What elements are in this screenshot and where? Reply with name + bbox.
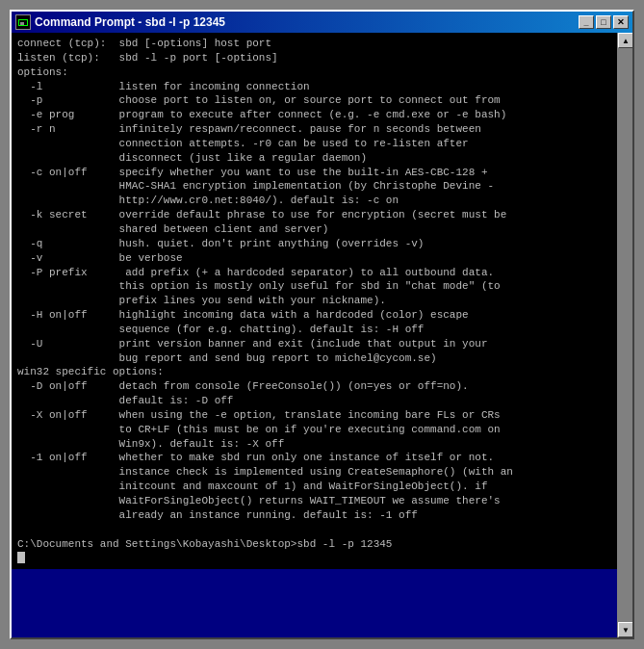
window-icon — [15, 14, 31, 30]
command-prompt-window: Command Prompt - sbd -l -p 12345 _ □ ✕ c… — [10, 10, 634, 639]
console-line: -1 on|off whether to make sbd run only o… — [17, 452, 494, 463]
title-bar-left: Command Prompt - sbd -l -p 12345 — [15, 14, 225, 30]
console-line: WaitForSingleObject() returns WAIT_TIMEO… — [17, 495, 501, 506]
console-line: -D on|off detach from console (FreeConso… — [17, 380, 469, 392]
console-line: already an instance running. default is:… — [17, 509, 418, 521]
console-line: -q hush. quiet. don't print anything (ov… — [17, 238, 424, 249]
console-line: HMAC-SHA1 encryption implementation (by … — [17, 180, 494, 192]
console-line: -k secret override default phrase to use… — [17, 209, 506, 221]
title-bar: Command Prompt - sbd -l -p 12345 _ □ ✕ — [12, 12, 632, 33]
maximize-button[interactable]: □ — [596, 15, 611, 29]
console-line: -U print version banner and exit (includ… — [17, 338, 487, 350]
console-line: connect (tcp): sbd [-options] host port — [17, 38, 271, 49]
console-line: initcount and maxcount of 1) and WaitFor… — [17, 480, 487, 492]
title-buttons: _ □ ✕ — [579, 15, 629, 29]
console-line: to CR+LF (this must be on if you're exec… — [17, 424, 501, 435]
minimize-button[interactable]: _ — [579, 15, 594, 29]
scroll-up-button[interactable]: ▲ — [618, 33, 632, 48]
console-line: default is: -D off — [17, 395, 233, 406]
console-line: -v be verbose — [17, 252, 183, 264]
close-button[interactable]: ✕ — [613, 15, 629, 29]
scrollbar-track[interactable] — [618, 48, 632, 622]
console-line: -X on|off when using the -e option, tran… — [17, 409, 501, 421]
window-title: Command Prompt - sbd -l -p 12345 — [35, 15, 225, 29]
console-line: http://www.cr0.net:8040/). default is: -… — [17, 195, 399, 206]
scrollbar[interactable]: ▲ ▼ — [617, 33, 632, 637]
console-line: bug report and send bug report to michel… — [17, 352, 437, 364]
console-line: prefix lines you send with your nickname… — [17, 295, 386, 306]
console-line: -H on|off highlight incoming data with a… — [17, 309, 469, 321]
console-output[interactable]: connect (tcp): sbd [-options] host port … — [12, 33, 632, 569]
console-line: -l listen for incoming connection — [17, 81, 310, 92]
console-line: connection attempts. -r0 can be used to … — [17, 138, 469, 149]
console-container: connect (tcp): sbd [-options] host port … — [12, 33, 632, 637]
console-line: this option is mostly only useful for sb… — [17, 280, 501, 292]
console-line: instance check is implemented using Crea… — [17, 466, 513, 478]
console-line: listen (tcp): sbd -l -p port [-options] — [17, 52, 278, 64]
console-line: sequence (for e.g. chatting). default is… — [17, 324, 424, 335]
console-line: Win9x). default is: -X off — [17, 438, 284, 450]
console-line: C:\Documents and Settings\Kobayashi\Desk… — [17, 538, 392, 550]
console-line: options: — [17, 66, 68, 78]
cursor-line — [17, 552, 25, 563]
console-line: -c on|off specify whether you want to us… — [17, 167, 487, 178]
console-line: shared between client and server) — [17, 223, 328, 235]
console-line: -r n infinitely respawn/reconnect. pause… — [17, 123, 481, 135]
console-line: -p choose port to listen on, or source p… — [17, 94, 501, 106]
scroll-down-button[interactable]: ▼ — [618, 622, 632, 637]
console-line: -P prefix add prefix (+ a hardcoded sepa… — [17, 267, 494, 278]
console-line: -e prog program to execute after connect… — [17, 109, 506, 120]
console-line: disconnect (just like a regular daemon) — [17, 152, 367, 164]
console-line: win32 specific options: — [17, 366, 164, 377]
cursor — [17, 552, 25, 563]
